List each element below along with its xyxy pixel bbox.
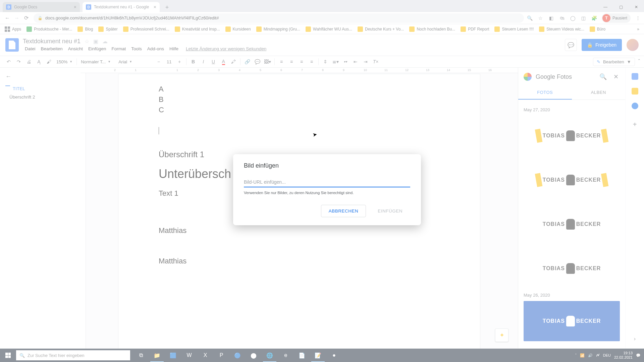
insert-image-dialog: Bild einfügen Verwenden Sie nur Bilder, … — [233, 154, 421, 225]
dialog-title: Bild einfügen — [244, 162, 410, 169]
dialog-hint: Verwenden Sie nur Bilder, zu deren Nutzu… — [244, 191, 410, 195]
image-url-input[interactable] — [244, 177, 410, 187]
cancel-button[interactable]: ABBRECHEN — [321, 205, 366, 217]
insert-button[interactable]: EINFÜGEN — [370, 205, 410, 217]
